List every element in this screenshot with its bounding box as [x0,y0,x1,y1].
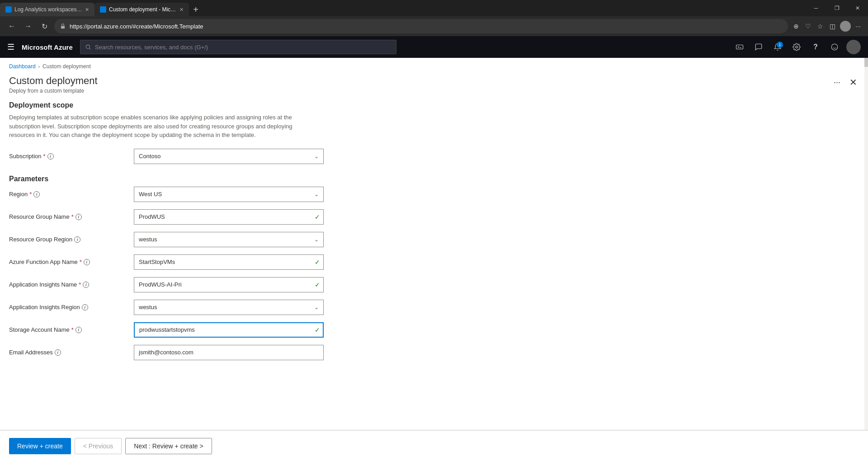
breadcrumb-dashboard[interactable]: Dashboard [9,63,36,70]
deployment-scope-fields: Subscription * i Contoso ⌄ [9,149,353,164]
region-dropdown[interactable]: West US ⌄ [134,187,324,202]
restore-button[interactable]: ❐ [826,0,847,16]
resource-group-region-label: Resource Group Region i [9,236,127,243]
region-label: Region * i [9,191,127,198]
next-button[interactable]: Next : Review + create > [125,438,212,454]
storage-check-icon: ✓ [315,326,320,334]
email-info-icon[interactable]: i [55,349,61,356]
resource-group-name-input-wrapper: ✓ [134,209,324,225]
application-insights-name-row: Application Insights Name * i ✓ [9,277,353,292]
storage-required: * [71,326,74,333]
storage-account-name-label: Storage Account Name * i [9,326,127,333]
minimize-button[interactable]: ─ [806,0,826,16]
address-url[interactable]: https://portal.azure.com/#create/Microso… [70,23,783,30]
parameters-title: Parameters [9,175,859,183]
subscription-row: Subscription * i Contoso ⌄ [9,149,353,164]
nav-icons: 1 ? [732,40,861,54]
azure-function-app-name-wrapper: ✓ [134,254,324,270]
func-info-icon[interactable]: i [84,259,90,265]
notifications-icon[interactable]: 1 [770,40,785,54]
tab-close-1[interactable]: ✕ [85,7,89,13]
ai-name-info-icon[interactable]: i [83,282,89,288]
func-check-icon: ✓ [315,259,320,266]
scrollbar[interactable] [864,58,868,461]
rgname-info-icon[interactable]: i [75,214,82,220]
scrollbar-thumb[interactable] [864,58,868,67]
feedback-smiley-icon[interactable] [827,40,842,54]
azure-logo: Microsoft Azure [22,43,73,51]
profile-avatar[interactable] [840,21,851,32]
settings-icon[interactable] [789,40,804,54]
tab-favicon-2 [100,6,106,13]
forward-button[interactable]: → [22,20,34,33]
application-insights-region-value: westus [139,304,157,310]
svg-point-6 [831,44,838,50]
svg-point-5 [796,46,798,48]
subscription-dropdown[interactable]: Contoso ⌄ [134,149,324,164]
region-info-icon[interactable]: i [33,191,40,198]
previous-button[interactable]: < Previous [75,438,122,454]
feedback-icon[interactable] [751,40,766,54]
ai-name-check-icon: ✓ [315,281,320,288]
more-options-button[interactable]: ··· [830,76,844,89]
browser-toolbar: ← → ↻ https://portal.azure.com/#create/M… [0,16,868,36]
application-insights-region-row: Application Insights Region i westus ⌄ [9,300,353,315]
email-addresses-input[interactable] [134,345,324,360]
lock-icon [60,23,66,29]
browser-tab-2[interactable]: Custom deployment - Microsoft... ✕ [94,3,189,16]
application-insights-region-control: westus ⌄ [134,300,324,315]
address-bar[interactable]: https://portal.azure.com/#create/Microso… [54,19,788,33]
cloud-shell-icon[interactable] [732,40,747,54]
application-insights-name-input[interactable] [134,277,324,292]
region-value: West US [139,191,162,198]
rg-region-info-icon[interactable]: i [74,236,80,243]
svg-point-1 [86,45,90,48]
email-addresses-label: Email Addresses i [9,349,127,356]
global-search-input[interactable] [95,44,392,51]
close-panel-button[interactable]: ✕ [848,75,859,89]
rgname-required: * [71,213,74,220]
help-icon[interactable]: ? [808,40,823,54]
reload-button[interactable]: ↻ [38,20,51,33]
svg-rect-3 [736,45,743,49]
browser-chrome: Log Analytics workspaces - Micr... ✕ Cus… [0,0,868,36]
storage-info-icon[interactable]: i [75,327,82,333]
subscription-label: Subscription * i [9,153,127,160]
application-insights-name-label: Application Insights Name * i [9,281,127,288]
azure-function-app-name-input[interactable] [134,254,324,270]
resource-group-name-input[interactable] [134,209,324,225]
review-create-button[interactable]: Review + create [9,438,71,454]
extensions-icon[interactable]: ⊕ [792,21,801,32]
subscription-info-icon[interactable]: i [47,153,54,160]
favorites-icon[interactable]: ☆ [816,21,825,32]
hamburger-menu[interactable]: ☰ [7,42,14,52]
user-avatar[interactable] [846,40,861,54]
region-control: West US ⌄ [134,187,324,202]
global-search[interactable] [80,40,396,54]
azure-function-app-name-row: Azure Function App Name * i ✓ [9,254,353,270]
resource-group-name-control: ✓ [134,209,324,225]
close-window-button[interactable]: ✕ [847,0,868,16]
storage-account-name-input[interactable] [134,322,324,338]
browser-toolbar-actions: ⊕ ♡ ☆ ◫ ··· [792,21,863,32]
subscription-value: Contoso [139,153,160,160]
breadcrumb-sep: › [38,64,40,69]
back-button[interactable]: ← [5,20,18,33]
ai-name-required: * [79,281,81,288]
new-tab-button[interactable]: + [189,3,203,16]
tab-label-2: Custom deployment - Microsoft... [109,6,177,13]
application-insights-name-wrapper: ✓ [134,277,324,292]
storage-account-name-wrapper: ✓ [134,322,324,338]
collections-icon[interactable]: ◫ [828,21,837,32]
browser-tab-1[interactable]: Log Analytics workspaces - Micr... ✕ [0,3,94,16]
ai-region-info-icon[interactable]: i [82,304,88,310]
profile-sync-icon[interactable]: ♡ [803,21,813,32]
application-insights-region-dropdown[interactable]: westus ⌄ [134,300,324,315]
tab-favicon-1 [5,6,12,13]
rg-region-chevron-icon: ⌄ [314,236,319,243]
azure-function-app-name-control: ✓ [134,254,324,270]
email-addresses-row: Email Addresses i [9,345,353,360]
resource-group-region-dropdown[interactable]: westus ⌄ [134,232,324,247]
settings-menu-icon[interactable]: ··· [854,21,863,32]
tab-close-2[interactable]: ✕ [179,7,184,13]
